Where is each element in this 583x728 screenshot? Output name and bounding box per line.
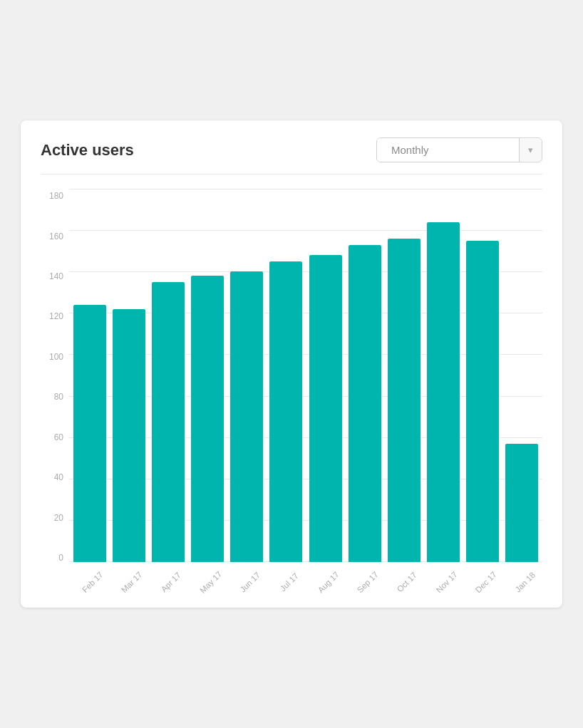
x-axis-label: Jun 17 xyxy=(234,567,265,598)
active-users-card: Active users Monthly ▾ 02040608010012014… xyxy=(21,120,562,608)
bars-and-grid xyxy=(69,189,542,562)
bar xyxy=(466,241,499,562)
bar-group xyxy=(347,189,382,562)
x-axis-label: Oct 17 xyxy=(392,567,423,598)
x-axis-label: Aug 17 xyxy=(313,567,344,598)
bar xyxy=(230,271,263,562)
bar xyxy=(73,305,106,562)
y-axis-label: 160 xyxy=(41,232,69,241)
bar xyxy=(269,261,302,562)
bar xyxy=(388,239,421,562)
x-axis-label: Feb 17 xyxy=(77,567,108,598)
chart-area: 020406080100120140160180 Feb 17Mar 17Apr… xyxy=(41,189,542,588)
bar xyxy=(152,282,185,562)
y-axis-label: 20 xyxy=(41,514,69,522)
bar xyxy=(191,276,224,562)
bar xyxy=(505,444,538,562)
x-axis-label: Jul 17 xyxy=(274,567,304,598)
y-axis-label: 40 xyxy=(41,473,69,482)
card-header: Active users Monthly ▾ xyxy=(41,137,542,175)
bar-group xyxy=(72,189,107,562)
y-axis-label: 120 xyxy=(41,312,69,321)
bar xyxy=(349,245,381,562)
card-title: Active users xyxy=(41,141,134,160)
x-axis-label: Jan 18 xyxy=(510,567,540,598)
y-axis-label: 140 xyxy=(41,272,69,281)
bar xyxy=(113,309,145,562)
bar xyxy=(427,222,460,562)
y-axis-label: 180 xyxy=(41,192,69,200)
bar-group xyxy=(150,189,185,562)
bar-group xyxy=(269,189,304,562)
x-axis-label: Dec 17 xyxy=(470,567,501,598)
x-axis: Feb 17Mar 17Apr 17May 17Jun 17Jul 17Aug … xyxy=(69,562,542,588)
y-axis: 020406080100120140160180 xyxy=(41,189,69,588)
y-axis-label: 80 xyxy=(41,392,69,401)
bar-group xyxy=(426,189,461,562)
y-axis-label: 100 xyxy=(41,353,69,361)
x-axis-label: Sep 17 xyxy=(352,567,383,598)
bar-group xyxy=(229,189,264,562)
bar-group xyxy=(308,189,343,562)
bar-group xyxy=(190,189,225,562)
period-dropdown[interactable]: Monthly ▾ xyxy=(376,137,542,162)
bar-group xyxy=(386,189,421,562)
bar-group xyxy=(465,189,500,562)
x-axis-label: Mar 17 xyxy=(116,567,147,598)
x-axis-label: Apr 17 xyxy=(156,567,187,598)
bar-group xyxy=(111,189,146,562)
y-axis-label: 0 xyxy=(41,553,69,562)
bars-container xyxy=(69,189,542,562)
y-axis-label: 60 xyxy=(41,433,69,442)
chart-body: Feb 17Mar 17Apr 17May 17Jun 17Jul 17Aug … xyxy=(69,189,542,588)
bar xyxy=(309,255,342,562)
chevron-down-icon: ▾ xyxy=(520,139,542,161)
x-axis-label: May 17 xyxy=(195,567,226,598)
x-axis-label: Nov 17 xyxy=(431,567,462,598)
bar-group xyxy=(505,189,540,562)
dropdown-label: Monthly xyxy=(377,138,520,162)
